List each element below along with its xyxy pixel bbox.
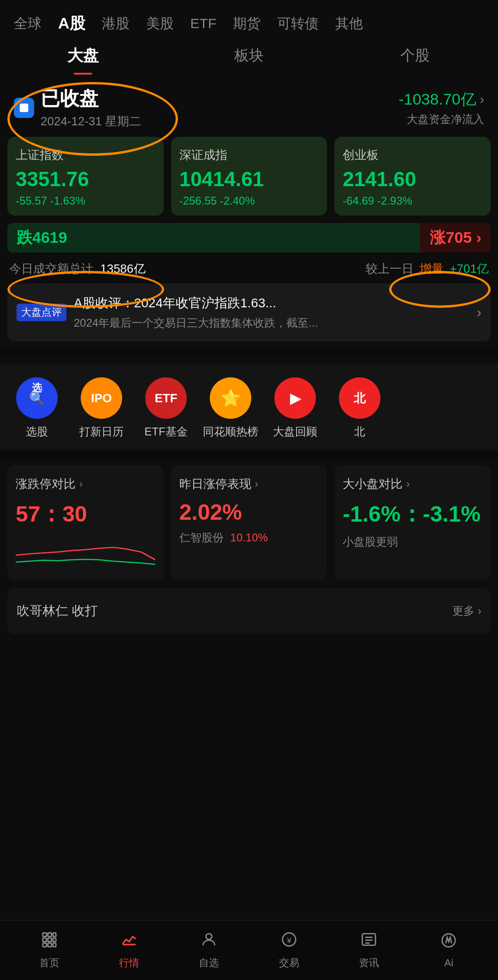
svg-rect-3 — [53, 933, 56, 937]
capital-chevron: › — [480, 92, 484, 107]
nav-market[interactable]: 行情 — [97, 931, 161, 970]
status-text: 已收盘 — [41, 86, 141, 111]
stat-card-risefallcomp[interactable]: 涨跌停对比 › 57：30 — [7, 465, 164, 581]
market-icon — [120, 931, 138, 952]
svg-rect-10 — [123, 944, 136, 945]
bottom-preview[interactable]: 吹哥林仁 收打 更多 › — [7, 588, 491, 634]
tab-bankuai[interactable]: 板块 — [166, 46, 332, 74]
nav-meiguu[interactable]: 美股 — [146, 14, 174, 33]
north-icon: 北 — [339, 377, 380, 419]
preview-more[interactable]: 更多 › — [452, 604, 481, 618]
index-card-0[interactable]: 上证指数 3351.76 -55.57 -1.63% — [7, 137, 164, 216]
etf-label: ETF基金 — [144, 424, 187, 439]
svg-rect-8 — [47, 943, 51, 947]
news-title: A股收评：2024年收官沪指跌1.63... — [74, 294, 469, 312]
nav-aguu[interactable]: A股 — [58, 13, 85, 34]
review-label: 大盘回顾 — [273, 424, 317, 439]
index-card-1[interactable]: 深证成指 10414.61 -256.55 -2.40% — [171, 137, 327, 216]
ipo-icon: IPO — [81, 377, 122, 419]
quick-item-etf[interactable]: ETF ETF基金 — [138, 377, 194, 439]
fall-side: 跌4619 — [7, 223, 420, 252]
market-header: 已收盘 2024-12-31 星期二 -1038.70亿 › 大盘资金净流入 — [0, 75, 498, 137]
status-date: 2024-12-31 星期二 — [41, 113, 141, 129]
quick-item-xuangu[interactable]: 🔍 选 选股 — [9, 377, 65, 439]
rise-fall-bar: 跌4619 涨705 › — [7, 223, 491, 252]
index-change-2: -64.69 -2.93% — [343, 194, 482, 207]
nav-ai[interactable]: Ai — [416, 932, 481, 969]
stat-value-0: 57：30 — [16, 499, 155, 529]
stat-title-1[interactable]: 昨日涨停表现 › — [179, 476, 319, 492]
svg-rect-5 — [47, 938, 51, 942]
nav-trade[interactable]: ¥ 交易 — [257, 931, 321, 970]
capital-flow[interactable]: -1038.70亿 › 大盘资金净流入 — [398, 89, 484, 127]
index-value-1: 10414.61 — [179, 168, 319, 191]
stat-title-0[interactable]: 涨跌停对比 › — [16, 476, 155, 492]
north-label: 北 — [354, 424, 365, 439]
tab-gegu[interactable]: 个股 — [332, 46, 498, 74]
nav-qita[interactable]: 其他 — [335, 14, 363, 33]
nav-qihuo[interactable]: 期货 — [233, 14, 261, 33]
stat-title-2[interactable]: 大小盘对比 › — [343, 476, 482, 492]
nav-trade-label: 交易 — [279, 956, 299, 970]
index-card-2[interactable]: 创业板 2141.60 -64.69 -2.93% — [334, 137, 491, 216]
news-content: A股收评：2024年收官沪指跌1.63... 2024年最后一个交易日三大指数集… — [74, 294, 469, 330]
news-arrow: › — [477, 305, 481, 320]
stat-value-1: 2.02% — [179, 499, 319, 525]
review-icon: ▶ — [274, 377, 316, 419]
nav-news[interactable]: 资讯 — [337, 931, 401, 970]
index-value-2: 2141.60 — [343, 168, 482, 191]
index-change-1: -256.55 -2.40% — [179, 194, 319, 207]
quick-item-review[interactable]: ▶ 大盘回顾 — [267, 377, 323, 439]
capital-label: 大盘资金净流入 — [398, 112, 484, 127]
news-card[interactable]: 大盘点评 A股收评：2024年收官沪指跌1.63... 2024年最后一个交易日… — [7, 283, 491, 341]
ai-icon — [440, 932, 457, 953]
xuangu-label: 选股 — [26, 424, 48, 439]
svg-text:¥: ¥ — [286, 936, 291, 945]
news-sub: 2024年最后一个交易日三大指数集体收跌，截至... — [74, 316, 469, 330]
xuangu-icon: 🔍 选 — [16, 377, 58, 419]
rise-side[interactable]: 涨705 › — [420, 223, 491, 252]
page-wrapper: 全球 A股 港股 美股 ETF 期货 可转债 其他 大盘 板块 个股 已收盘 2… — [0, 0, 498, 694]
nav-watchlist[interactable]: 自选 — [177, 931, 241, 970]
separator-1 — [0, 349, 498, 356]
svg-rect-0 — [20, 103, 29, 112]
nav-kezhuan[interactable]: 可转债 — [277, 14, 319, 33]
ipo-label: 打新日历 — [79, 424, 124, 439]
news-tag: 大盘点评 — [17, 304, 66, 321]
nav-market-label: 行情 — [119, 956, 139, 970]
svg-point-11 — [206, 933, 212, 939]
volume-info: 今日成交额总计 13586亿 较上一日 增量 +701亿 — [0, 257, 498, 283]
stat-card-yesterdaylimit[interactable]: 昨日涨停表现 › 2.02% 仁智股份 10.10% — [171, 465, 327, 581]
quick-item-ipo[interactable]: IPO 打新日历 — [74, 377, 129, 439]
index-name-0: 上证指数 — [16, 147, 155, 163]
stat-card-capcomp[interactable]: 大小盘对比 › -1.6%：-3.1% 小盘股更弱 — [334, 465, 491, 581]
tab-bar: 大盘 板块 个股 — [0, 41, 498, 75]
sparkline-svg — [16, 534, 155, 567]
quick-item-north[interactable]: 北 北 — [332, 377, 387, 439]
separator-2 — [0, 450, 498, 458]
nav-home[interactable]: 首页 — [17, 931, 82, 970]
quick-item-hot[interactable]: ⭐ 同花顺热榜 — [203, 377, 258, 439]
nav-etf[interactable]: ETF — [190, 16, 217, 31]
status-icon — [14, 98, 34, 118]
index-cards: 上证指数 3351.76 -55.57 -1.63% 深证成指 10414.61… — [0, 137, 498, 223]
tab-dapan[interactable]: 大盘 — [0, 45, 166, 75]
preview-title: 吹哥林仁 收打 — [17, 602, 452, 620]
index-change-0: -55.57 -1.63% — [16, 194, 155, 207]
svg-rect-1 — [42, 933, 46, 937]
bottom-nav: 首页 行情 自选 ¥ — [0, 920, 498, 980]
fall-text: 跌4619 — [17, 227, 67, 248]
index-name-2: 创业板 — [343, 147, 482, 163]
stat-value-2: -1.6%：-3.1% — [343, 499, 482, 529]
quick-icons: 🔍 选 选股 IPO 打新日历 ETF ETF基金 ⭐ — [9, 377, 489, 439]
nav-quanqiu[interactable]: 全球 — [14, 14, 42, 33]
rise-fall-section: 跌4619 涨705 › — [0, 223, 498, 257]
stat-sub-val-1: 10.10% — [230, 531, 267, 544]
index-name-1: 深证成指 — [179, 147, 319, 163]
nav-ai-label: Ai — [445, 957, 454, 969]
capital-amount: -1038.70亿 › — [398, 89, 484, 110]
news-icon — [360, 931, 378, 952]
market-status: 已收盘 2024-12-31 星期二 — [14, 86, 141, 129]
hot-icon: ⭐ — [210, 377, 251, 419]
nav-ganggu[interactable]: 港股 — [102, 14, 130, 33]
